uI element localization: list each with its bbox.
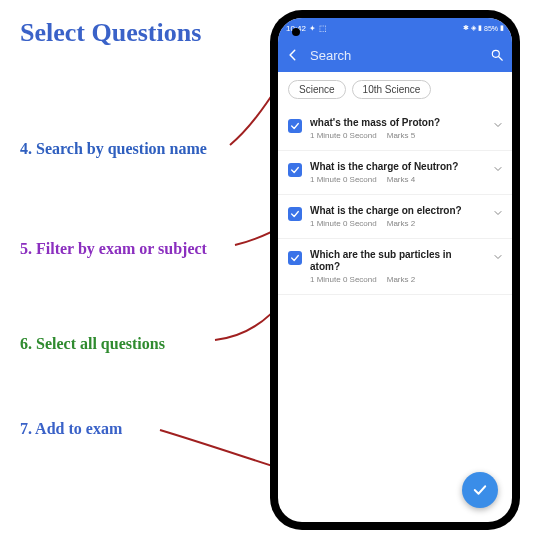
check-icon [290, 165, 300, 175]
question-time: 1 Minute 0 Second [310, 131, 377, 140]
check-icon [290, 209, 300, 219]
question-title: What is the charge on electron? [310, 205, 484, 217]
question-row[interactable]: What is the charge on electron? 1 Minute… [278, 195, 512, 239]
question-row[interactable]: What is the charge of Neutron? 1 Minute … [278, 151, 512, 195]
question-row[interactable]: what's the mass of Proton? 1 Minute 0 Se… [278, 107, 512, 151]
question-time: 1 Minute 0 Second [310, 175, 377, 184]
chevron-down-icon [492, 207, 504, 219]
bluetooth-icon: ✱ [463, 24, 469, 32]
question-checkbox[interactable] [288, 119, 302, 133]
search-icon [490, 48, 504, 62]
chevron-left-icon [286, 48, 300, 62]
search-button[interactable] [490, 48, 504, 62]
phone-frame: 10:42 ✦ ⬚ ✱ ◈ ▮ 85% ▮ Search Science [270, 10, 520, 530]
question-checkbox[interactable] [288, 207, 302, 221]
question-marks: Marks 4 [387, 175, 415, 184]
svg-point-0 [492, 50, 499, 57]
svg-line-1 [499, 57, 503, 61]
status-notif-icon: ✦ [309, 24, 316, 33]
battery-icon: ▮ [500, 24, 504, 32]
expand-button[interactable] [492, 119, 504, 131]
annotation-4: 4. Search by question name [20, 140, 207, 158]
question-title: Which are the sub particles in atom? [310, 249, 484, 273]
page-title: Select Questions [20, 18, 201, 48]
check-icon [471, 481, 489, 499]
question-title: What is the charge of Neutron? [310, 161, 484, 173]
expand-button[interactable] [492, 207, 504, 219]
chevron-down-icon [492, 163, 504, 175]
search-input[interactable]: Search [310, 48, 480, 63]
question-time: 1 Minute 0 Second [310, 219, 377, 228]
annotation-5: 5. Filter by exam or subject [20, 240, 207, 258]
question-time: 1 Minute 0 Second [310, 275, 377, 284]
question-marks: Marks 2 [387, 275, 415, 284]
question-checkbox[interactable] [288, 163, 302, 177]
question-checkbox[interactable] [288, 251, 302, 265]
expand-button[interactable] [492, 163, 504, 175]
app-bar: Search [278, 38, 512, 72]
status-bar: 10:42 ✦ ⬚ ✱ ◈ ▮ 85% ▮ [278, 18, 512, 38]
wifi-icon: ◈ [471, 24, 476, 32]
back-button[interactable] [286, 48, 300, 62]
battery-text: 85% [484, 25, 498, 32]
question-row[interactable]: Which are the sub particles in atom? 1 M… [278, 239, 512, 295]
front-camera [292, 28, 300, 36]
check-icon [290, 253, 300, 263]
chevron-down-icon [492, 251, 504, 263]
question-title: what's the mass of Proton? [310, 117, 484, 129]
question-list: what's the mass of Proton? 1 Minute 0 Se… [278, 107, 512, 522]
question-marks: Marks 5 [387, 131, 415, 140]
chevron-down-icon [492, 119, 504, 131]
annotation-7: 7. Add to exam [20, 420, 122, 438]
phone-screen: 10:42 ✦ ⬚ ✱ ◈ ▮ 85% ▮ Search Science [278, 18, 512, 522]
filter-chip-science[interactable]: Science [288, 80, 346, 99]
check-icon [290, 121, 300, 131]
question-marks: Marks 2 [387, 219, 415, 228]
filter-row: Science 10th Science [278, 72, 512, 107]
expand-button[interactable] [492, 251, 504, 263]
annotation-6: 6. Select all questions [20, 335, 165, 353]
signal-icon: ▮ [478, 24, 482, 32]
add-to-exam-button[interactable] [462, 472, 498, 508]
filter-chip-10th-science[interactable]: 10th Science [352, 80, 432, 99]
status-notif-icon-2: ⬚ [319, 24, 327, 33]
